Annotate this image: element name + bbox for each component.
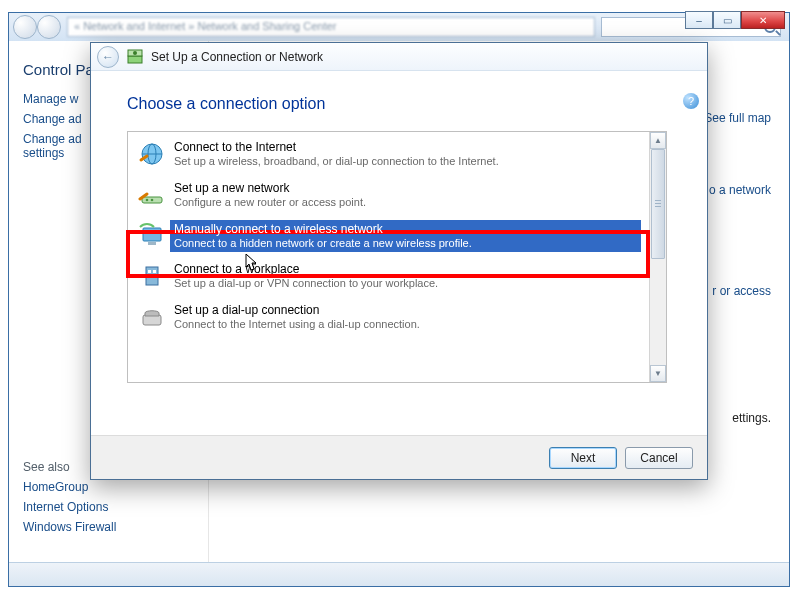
options-listbox: Connect to the Internet Set up a wireles… <box>127 131 667 383</box>
option-desc: Set up a wireless, broadband, or dial-up… <box>174 155 499 169</box>
address-bar[interactable]: « Network and Internet » Network and Sha… <box>67 17 595 37</box>
option-title: Set up a dial-up connection <box>174 303 420 318</box>
nav-forward-button[interactable] <box>37 15 61 39</box>
system-buttons: – ▭ ✕ <box>685 11 785 29</box>
link-see-full-map[interactable]: See full map <box>704 111 771 125</box>
svg-rect-12 <box>153 270 156 273</box>
option-connect-internet[interactable]: Connect to the Internet Set up a wireles… <box>128 134 649 175</box>
text-settings: ettings. <box>732 411 771 425</box>
cancel-button[interactable]: Cancel <box>625 447 693 469</box>
link-to-network[interactable]: o a network <box>709 183 771 197</box>
svg-rect-13 <box>148 275 151 278</box>
building-icon <box>138 262 166 290</box>
svg-rect-10 <box>146 267 158 285</box>
nav-back-button[interactable] <box>13 15 37 39</box>
svg-point-2 <box>133 51 137 55</box>
wizard-body: Choose a connection option Connect to th… <box>91 71 707 435</box>
svg-rect-11 <box>148 270 151 273</box>
option-setup-new-network[interactable]: Set up a new network Configure a new rou… <box>128 175 649 216</box>
svg-point-7 <box>151 198 154 201</box>
option-title: Connect to a workplace <box>174 262 438 277</box>
svg-point-6 <box>146 198 149 201</box>
see-also-link[interactable]: Internet Options <box>23 500 194 514</box>
maximize-button[interactable]: ▭ <box>713 11 741 29</box>
wizard-heading: Choose a connection option <box>127 95 671 113</box>
monitor-wireless-icon <box>138 222 166 250</box>
svg-rect-8 <box>143 228 161 241</box>
text-or-access: r or access <box>712 284 771 298</box>
minimize-button[interactable]: – <box>685 11 713 29</box>
scroll-down-button[interactable]: ▼ <box>650 365 666 382</box>
wizard-footer: Next Cancel <box>91 435 707 479</box>
option-desc: Configure a new router or access point. <box>174 196 366 210</box>
wizard-titlebar: ← Set Up a Connection or Network <box>91 43 707 71</box>
svg-rect-0 <box>128 56 142 63</box>
scrollbar[interactable]: ▲ ▼ <box>649 132 666 382</box>
see-also-link[interactable]: Windows Firewall <box>23 520 194 534</box>
option-desc: Connect to a hidden network or create a … <box>174 237 472 251</box>
globe-icon <box>138 140 166 168</box>
nav-buttons <box>13 15 61 39</box>
parent-statusbar <box>9 562 789 586</box>
router-icon <box>138 181 166 209</box>
scroll-up-button[interactable]: ▲ <box>650 132 666 149</box>
wizard-icon <box>127 49 143 65</box>
phone-modem-icon <box>138 303 166 331</box>
options-list: Connect to the Internet Set up a wireles… <box>128 132 649 382</box>
option-dialup[interactable]: Set up a dial-up connection Connect to t… <box>128 297 649 338</box>
option-manual-wireless[interactable]: Manually connect to a wireless network C… <box>128 216 649 257</box>
wizard-dialog: ← Set Up a Connection or Network ? Choos… <box>90 42 708 480</box>
option-desc: Connect to the Internet using a dial-up … <box>174 318 420 332</box>
wizard-back-button[interactable]: ← <box>97 46 119 68</box>
option-title: Connect to the Internet <box>174 140 499 155</box>
parent-titlebar: « Network and Internet » Network and Sha… <box>9 13 789 41</box>
svg-rect-9 <box>148 242 156 245</box>
option-desc: Set up a dial-up or VPN connection to yo… <box>174 277 438 291</box>
next-button[interactable]: Next <box>549 447 617 469</box>
option-title: Manually connect to a wireless network <box>174 222 472 237</box>
see-also-link[interactable]: HomeGroup <box>23 480 194 494</box>
wizard-title: Set Up a Connection or Network <box>151 50 323 64</box>
cursor-icon <box>242 254 258 276</box>
option-title: Set up a new network <box>174 181 366 196</box>
option-connect-workplace[interactable]: Connect to a workplace Set up a dial-up … <box>128 256 649 297</box>
scroll-thumb[interactable] <box>651 149 665 259</box>
svg-rect-14 <box>153 275 156 278</box>
close-button[interactable]: ✕ <box>741 11 785 29</box>
